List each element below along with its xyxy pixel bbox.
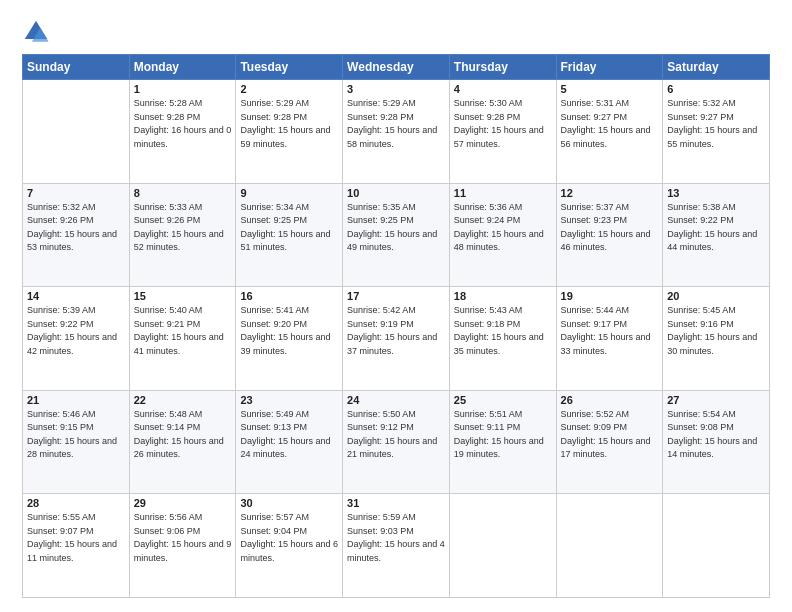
weekday-header: Saturday bbox=[663, 55, 770, 80]
day-number: 19 bbox=[561, 290, 659, 302]
calendar-day-cell: 8Sunrise: 5:33 AMSunset: 9:26 PMDaylight… bbox=[129, 183, 236, 287]
sunrise-text: Sunrise: 5:54 AM bbox=[667, 409, 736, 419]
sunset-text: Sunset: 9:12 PM bbox=[347, 422, 414, 432]
calendar-day-cell: 28Sunrise: 5:55 AMSunset: 9:07 PMDayligh… bbox=[23, 494, 130, 598]
daylight-text: Daylight: 15 hours and 35 minutes. bbox=[454, 332, 544, 356]
day-info: Sunrise: 5:31 AMSunset: 9:27 PMDaylight:… bbox=[561, 97, 659, 151]
day-info: Sunrise: 5:33 AMSunset: 9:26 PMDaylight:… bbox=[134, 201, 232, 255]
calendar-week-row: 14Sunrise: 5:39 AMSunset: 9:22 PMDayligh… bbox=[23, 287, 770, 391]
daylight-text: Daylight: 15 hours and 56 minutes. bbox=[561, 125, 651, 149]
weekday-header: Wednesday bbox=[343, 55, 450, 80]
day-info: Sunrise: 5:45 AMSunset: 9:16 PMDaylight:… bbox=[667, 304, 765, 358]
calendar-day-cell: 16Sunrise: 5:41 AMSunset: 9:20 PMDayligh… bbox=[236, 287, 343, 391]
sunrise-text: Sunrise: 5:28 AM bbox=[134, 98, 203, 108]
sunrise-text: Sunrise: 5:32 AM bbox=[667, 98, 736, 108]
calendar-day-cell: 25Sunrise: 5:51 AMSunset: 9:11 PMDayligh… bbox=[449, 390, 556, 494]
day-info: Sunrise: 5:30 AMSunset: 9:28 PMDaylight:… bbox=[454, 97, 552, 151]
calendar-day-cell: 23Sunrise: 5:49 AMSunset: 9:13 PMDayligh… bbox=[236, 390, 343, 494]
day-number: 23 bbox=[240, 394, 338, 406]
day-info: Sunrise: 5:46 AMSunset: 9:15 PMDaylight:… bbox=[27, 408, 125, 462]
sunrise-text: Sunrise: 5:42 AM bbox=[347, 305, 416, 315]
sunrise-text: Sunrise: 5:35 AM bbox=[347, 202, 416, 212]
calendar-day-cell: 7Sunrise: 5:32 AMSunset: 9:26 PMDaylight… bbox=[23, 183, 130, 287]
day-number: 4 bbox=[454, 83, 552, 95]
day-number: 30 bbox=[240, 497, 338, 509]
calendar-day-cell: 20Sunrise: 5:45 AMSunset: 9:16 PMDayligh… bbox=[663, 287, 770, 391]
sunset-text: Sunset: 9:18 PM bbox=[454, 319, 521, 329]
sunrise-text: Sunrise: 5:59 AM bbox=[347, 512, 416, 522]
daylight-text: Daylight: 15 hours and 39 minutes. bbox=[240, 332, 330, 356]
day-info: Sunrise: 5:44 AMSunset: 9:17 PMDaylight:… bbox=[561, 304, 659, 358]
calendar-day-cell bbox=[449, 494, 556, 598]
calendar-day-cell: 21Sunrise: 5:46 AMSunset: 9:15 PMDayligh… bbox=[23, 390, 130, 494]
daylight-text: Daylight: 15 hours and 52 minutes. bbox=[134, 229, 224, 253]
sunset-text: Sunset: 9:28 PM bbox=[134, 112, 201, 122]
daylight-text: Daylight: 15 hours and 37 minutes. bbox=[347, 332, 437, 356]
calendar-day-cell: 15Sunrise: 5:40 AMSunset: 9:21 PMDayligh… bbox=[129, 287, 236, 391]
calendar-day-cell: 18Sunrise: 5:43 AMSunset: 9:18 PMDayligh… bbox=[449, 287, 556, 391]
calendar-day-cell: 3Sunrise: 5:29 AMSunset: 9:28 PMDaylight… bbox=[343, 80, 450, 184]
day-info: Sunrise: 5:51 AMSunset: 9:11 PMDaylight:… bbox=[454, 408, 552, 462]
daylight-text: Daylight: 15 hours and 9 minutes. bbox=[134, 539, 232, 563]
sunset-text: Sunset: 9:14 PM bbox=[134, 422, 201, 432]
daylight-text: Daylight: 15 hours and 11 minutes. bbox=[27, 539, 117, 563]
weekday-header: Tuesday bbox=[236, 55, 343, 80]
day-info: Sunrise: 5:49 AMSunset: 9:13 PMDaylight:… bbox=[240, 408, 338, 462]
day-info: Sunrise: 5:28 AMSunset: 9:28 PMDaylight:… bbox=[134, 97, 232, 151]
sunrise-text: Sunrise: 5:29 AM bbox=[347, 98, 416, 108]
calendar-day-cell: 10Sunrise: 5:35 AMSunset: 9:25 PMDayligh… bbox=[343, 183, 450, 287]
calendar-day-cell: 22Sunrise: 5:48 AMSunset: 9:14 PMDayligh… bbox=[129, 390, 236, 494]
sunrise-text: Sunrise: 5:45 AM bbox=[667, 305, 736, 315]
day-info: Sunrise: 5:37 AMSunset: 9:23 PMDaylight:… bbox=[561, 201, 659, 255]
daylight-text: Daylight: 15 hours and 48 minutes. bbox=[454, 229, 544, 253]
daylight-text: Daylight: 15 hours and 44 minutes. bbox=[667, 229, 757, 253]
daylight-text: Daylight: 15 hours and 26 minutes. bbox=[134, 436, 224, 460]
sunset-text: Sunset: 9:20 PM bbox=[240, 319, 307, 329]
day-number: 26 bbox=[561, 394, 659, 406]
sunset-text: Sunset: 9:23 PM bbox=[561, 215, 628, 225]
sunset-text: Sunset: 9:11 PM bbox=[454, 422, 521, 432]
sunrise-text: Sunrise: 5:57 AM bbox=[240, 512, 309, 522]
day-info: Sunrise: 5:32 AMSunset: 9:27 PMDaylight:… bbox=[667, 97, 765, 151]
daylight-text: Daylight: 16 hours and 0 minutes. bbox=[134, 125, 232, 149]
daylight-text: Daylight: 15 hours and 57 minutes. bbox=[454, 125, 544, 149]
logo-icon bbox=[22, 18, 50, 46]
sunrise-text: Sunrise: 5:44 AM bbox=[561, 305, 630, 315]
day-info: Sunrise: 5:32 AMSunset: 9:26 PMDaylight:… bbox=[27, 201, 125, 255]
sunrise-text: Sunrise: 5:33 AM bbox=[134, 202, 203, 212]
calendar-day-cell: 6Sunrise: 5:32 AMSunset: 9:27 PMDaylight… bbox=[663, 80, 770, 184]
daylight-text: Daylight: 15 hours and 33 minutes. bbox=[561, 332, 651, 356]
day-number: 6 bbox=[667, 83, 765, 95]
day-number: 27 bbox=[667, 394, 765, 406]
day-info: Sunrise: 5:59 AMSunset: 9:03 PMDaylight:… bbox=[347, 511, 445, 565]
sunset-text: Sunset: 9:03 PM bbox=[347, 526, 414, 536]
sunrise-text: Sunrise: 5:39 AM bbox=[27, 305, 96, 315]
day-number: 1 bbox=[134, 83, 232, 95]
day-info: Sunrise: 5:39 AMSunset: 9:22 PMDaylight:… bbox=[27, 304, 125, 358]
sunrise-text: Sunrise: 5:48 AM bbox=[134, 409, 203, 419]
day-number: 25 bbox=[454, 394, 552, 406]
daylight-text: Daylight: 15 hours and 49 minutes. bbox=[347, 229, 437, 253]
calendar-day-cell: 24Sunrise: 5:50 AMSunset: 9:12 PMDayligh… bbox=[343, 390, 450, 494]
calendar-day-cell bbox=[556, 494, 663, 598]
sunset-text: Sunset: 9:26 PM bbox=[134, 215, 201, 225]
calendar-day-cell bbox=[663, 494, 770, 598]
daylight-text: Daylight: 15 hours and 59 minutes. bbox=[240, 125, 330, 149]
calendar-day-cell: 13Sunrise: 5:38 AMSunset: 9:22 PMDayligh… bbox=[663, 183, 770, 287]
calendar-day-cell: 29Sunrise: 5:56 AMSunset: 9:06 PMDayligh… bbox=[129, 494, 236, 598]
daylight-text: Daylight: 15 hours and 21 minutes. bbox=[347, 436, 437, 460]
day-info: Sunrise: 5:50 AMSunset: 9:12 PMDaylight:… bbox=[347, 408, 445, 462]
day-number: 28 bbox=[27, 497, 125, 509]
day-number: 16 bbox=[240, 290, 338, 302]
sunrise-text: Sunrise: 5:52 AM bbox=[561, 409, 630, 419]
sunrise-text: Sunrise: 5:41 AM bbox=[240, 305, 309, 315]
calendar-day-cell: 30Sunrise: 5:57 AMSunset: 9:04 PMDayligh… bbox=[236, 494, 343, 598]
daylight-text: Daylight: 15 hours and 30 minutes. bbox=[667, 332, 757, 356]
day-number: 5 bbox=[561, 83, 659, 95]
sunset-text: Sunset: 9:04 PM bbox=[240, 526, 307, 536]
sunset-text: Sunset: 9:22 PM bbox=[27, 319, 94, 329]
sunrise-text: Sunrise: 5:49 AM bbox=[240, 409, 309, 419]
calendar-header-row: SundayMondayTuesdayWednesdayThursdayFrid… bbox=[23, 55, 770, 80]
sunrise-text: Sunrise: 5:56 AM bbox=[134, 512, 203, 522]
sunset-text: Sunset: 9:25 PM bbox=[347, 215, 414, 225]
